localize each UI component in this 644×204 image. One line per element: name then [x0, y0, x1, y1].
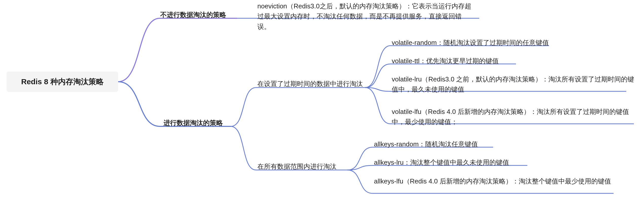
branch-no-eviction-label: 不进行数据淘汰的策略: [160, 11, 226, 19]
leaf-noeviction-text: noeviction（Redis3.0之后，默认的内存淘汰策略）：它表示当运行内…: [257, 2, 471, 30]
leaf-allkeys-random-text: allkeys-random：随机淘汰任意键值: [374, 140, 478, 148]
leaf-allkeys-lru: allkeys-lru：淘汰整个键值中最久未使用的键值: [374, 157, 509, 167]
leaf-allkeys-lfu-text: allkeys-lfu（Redis 4.0 后新增的内存淘汰策略）：淘汰整个键值…: [374, 177, 611, 185]
leaf-volatile-ttl: volatile-ttl：优先淘汰更早过期的键值: [392, 56, 499, 66]
leaf-volatile-random-text: volatile-random：随机淘汰设置了过期时间的任意键值: [392, 39, 549, 46]
leaf-volatile-lfu: volatile-lfu（Redis 4.0 后新增的内存淘汰策略）：淘汰所有设…: [392, 107, 638, 127]
leaf-volatile-lru-text: volatile-lru（Redis3.0 之前，默认的内存淘汰策略）：淘汰所有…: [392, 75, 634, 93]
leaf-allkeys-lru-text: allkeys-lru：淘汰整个键值中最久未使用的键值: [374, 159, 509, 166]
subbranch-allkeys-label: 在所有数据范围内进行淘汰: [257, 163, 336, 170]
leaf-noeviction: noeviction（Redis3.0之后，默认的内存淘汰策略）：它表示当运行内…: [257, 1, 473, 32]
leaf-volatile-ttl-text: volatile-ttl：优先淘汰更早过期的键值: [392, 57, 499, 65]
branch-eviction-label: 进行数据淘汰的策略: [164, 119, 223, 127]
subbranch-volatile: 在设置了过期时间的数据中进行淘汰: [257, 79, 363, 88]
leaf-allkeys-lfu: allkeys-lfu（Redis 4.0 后新增的内存淘汰策略）：淘汰整个键值…: [374, 176, 611, 186]
branch-no-eviction: 不进行数据淘汰的策略: [160, 10, 226, 19]
subbranch-volatile-label: 在设置了过期时间的数据中进行淘汰: [257, 80, 363, 88]
leaf-volatile-random: volatile-random：随机淘汰设置了过期时间的任意键值: [392, 38, 549, 48]
mindmap-root: Redis 8 种内存淘汰策略: [7, 72, 118, 92]
branch-eviction: 进行数据淘汰的策略: [164, 118, 223, 127]
leaf-allkeys-random: allkeys-random：随机淘汰任意键值: [374, 139, 478, 149]
leaf-volatile-lfu-text: volatile-lfu（Redis 4.0 后新增的内存淘汰策略）：淘汰所有设…: [392, 108, 629, 126]
mindmap-canvas: Redis 8 种内存淘汰策略 不进行数据淘汰的策略 进行数据淘汰的策略 noe…: [0, 0, 644, 204]
leaf-volatile-lru: volatile-lru（Redis3.0 之前，默认的内存淘汰策略）：淘汰所有…: [392, 74, 635, 95]
subbranch-allkeys: 在所有数据范围内进行淘汰: [257, 162, 336, 171]
root-label: Redis 8 种内存淘汰策略: [21, 77, 103, 87]
